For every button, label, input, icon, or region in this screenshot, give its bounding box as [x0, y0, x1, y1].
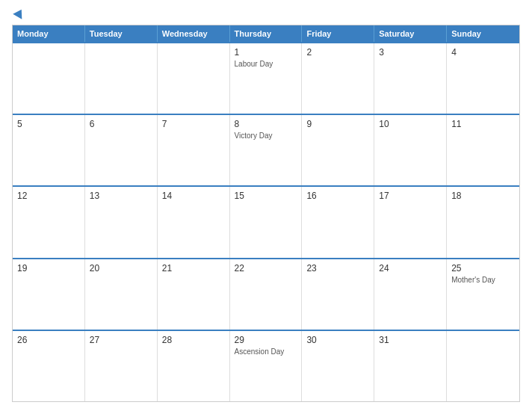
calendar-cell: 20 — [85, 259, 158, 330]
calendar-cell — [158, 43, 230, 114]
day-number: 18 — [451, 191, 515, 201]
day-number: 29 — [235, 335, 297, 345]
header-day-friday: Friday — [302, 25, 374, 42]
calendar-cell: 24 — [374, 259, 447, 330]
day-number: 22 — [235, 263, 297, 274]
calendar-cell — [85, 43, 158, 114]
header-day-sunday: Sunday — [447, 25, 519, 42]
calendar-cell — [447, 331, 519, 401]
calendar-cell: 5 — [13, 115, 85, 185]
event-label: Labour Day — [235, 60, 297, 68]
event-label: Victory Day — [235, 132, 297, 140]
calendar-cell: 31 — [374, 331, 447, 401]
day-number: 3 — [379, 47, 442, 58]
calendar-cell: 9 — [302, 115, 374, 185]
header-day-saturday: Saturday — [374, 25, 447, 42]
header-day-thursday: Thursday — [230, 25, 303, 42]
header-day-tuesday: Tuesday — [85, 25, 158, 42]
calendar-grid: MondayTuesdayWednesdayThursdayFridaySatu… — [12, 25, 520, 402]
header-day-wednesday: Wednesday — [158, 25, 230, 42]
day-number: 8 — [235, 119, 297, 129]
calendar-cell: 30 — [302, 331, 374, 401]
calendar-cell — [13, 43, 85, 114]
day-number: 13 — [90, 191, 152, 201]
calendar-cell: 11 — [447, 115, 519, 185]
day-number: 12 — [17, 191, 80, 201]
calendar-cell: 15 — [230, 187, 303, 257]
calendar-cell: 13 — [85, 187, 158, 257]
calendar-cell: 23 — [302, 259, 374, 330]
day-number: 26 — [17, 335, 80, 345]
calendar-cell: 26 — [13, 331, 85, 401]
calendar-cell: 3 — [374, 43, 447, 114]
day-number: 27 — [90, 335, 152, 345]
calendar-cell: 17 — [374, 187, 447, 257]
header-day-monday: Monday — [13, 25, 85, 42]
day-number: 31 — [379, 335, 442, 345]
calendar-cell: 2 — [302, 43, 374, 114]
day-number: 4 — [451, 47, 515, 58]
calendar-cell: 28 — [158, 331, 230, 401]
calendar-week-1: 1Labour Day234 — [13, 42, 519, 114]
calendar-cell: 29Ascension Day — [230, 331, 303, 401]
logo-blue-text — [12, 9, 25, 17]
day-number: 24 — [379, 263, 442, 274]
day-number: 25 — [451, 263, 515, 274]
calendar-cell: 4 — [447, 43, 519, 114]
calendar-cell: 22 — [230, 259, 303, 330]
day-number: 1 — [235, 47, 297, 58]
day-number: 2 — [306, 47, 369, 58]
calendar-week-4: 19202122232425Mother's Day — [13, 258, 519, 330]
header — [12, 9, 520, 17]
day-number: 23 — [306, 263, 369, 274]
calendar-week-5: 26272829Ascension Day3031 — [13, 330, 519, 401]
logo-triangle-icon — [13, 7, 26, 19]
day-number: 17 — [379, 191, 442, 201]
day-number: 5 — [17, 119, 80, 129]
day-number: 19 — [17, 263, 80, 274]
day-number: 7 — [162, 119, 225, 129]
day-number: 20 — [90, 263, 152, 274]
calendar-cell: 8Victory Day — [230, 115, 303, 185]
calendar-header: MondayTuesdayWednesdayThursdayFridaySatu… — [13, 25, 519, 42]
calendar-cell: 25Mother's Day — [447, 259, 519, 330]
calendar-cell: 12 — [13, 187, 85, 257]
calendar-cell: 14 — [158, 187, 230, 257]
calendar-cell: 1Labour Day — [230, 43, 303, 114]
day-number: 28 — [162, 335, 225, 345]
calendar-page: MondayTuesdayWednesdayThursdayFridaySatu… — [0, 0, 532, 411]
day-number: 6 — [90, 119, 152, 129]
logo — [12, 9, 25, 17]
calendar-cell: 27 — [85, 331, 158, 401]
event-label: Ascension Day — [235, 347, 297, 356]
day-number: 21 — [162, 263, 225, 274]
calendar-cell: 16 — [302, 187, 374, 257]
calendar-cell: 6 — [85, 115, 158, 185]
day-number: 16 — [306, 191, 369, 201]
day-number: 30 — [306, 335, 369, 345]
calendar-cell: 19 — [13, 259, 85, 330]
day-number: 11 — [451, 119, 515, 129]
calendar-cell: 10 — [374, 115, 447, 185]
day-number: 15 — [235, 191, 297, 201]
calendar-week-2: 5678Victory Day91011 — [13, 114, 519, 185]
calendar-week-3: 12131415161718 — [13, 185, 519, 257]
event-label: Mother's Day — [451, 276, 515, 284]
day-number: 9 — [306, 119, 369, 129]
calendar-body: 1Labour Day2345678Victory Day91011121314… — [13, 42, 519, 401]
day-number: 10 — [379, 119, 442, 129]
day-number: 14 — [162, 191, 225, 201]
calendar-cell: 7 — [158, 115, 230, 185]
calendar-cell: 21 — [158, 259, 230, 330]
calendar-cell: 18 — [447, 187, 519, 257]
